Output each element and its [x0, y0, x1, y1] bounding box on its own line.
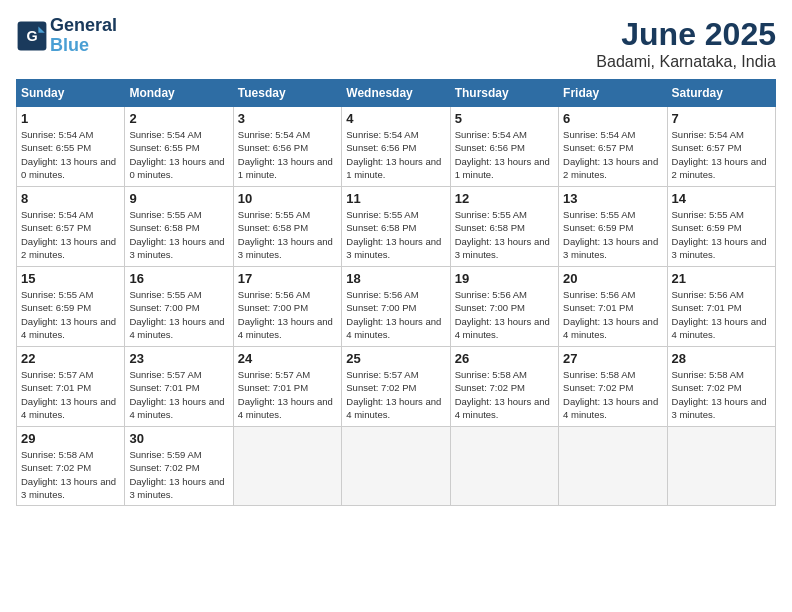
calendar-cell	[450, 427, 558, 506]
day-info: Sunrise: 5:54 AM Sunset: 6:57 PM Dayligh…	[21, 208, 120, 261]
day-info: Sunrise: 5:57 AM Sunset: 7:01 PM Dayligh…	[238, 368, 337, 421]
calendar-header-row: Sunday Monday Tuesday Wednesday Thursday…	[17, 80, 776, 107]
calendar-cell	[342, 427, 450, 506]
calendar-cell	[233, 427, 341, 506]
col-saturday: Saturday	[667, 80, 775, 107]
calendar-cell: 7 Sunrise: 5:54 AM Sunset: 6:57 PM Dayli…	[667, 107, 775, 187]
calendar-cell: 18 Sunrise: 5:56 AM Sunset: 7:00 PM Dayl…	[342, 267, 450, 347]
day-info: Sunrise: 5:59 AM Sunset: 7:02 PM Dayligh…	[129, 448, 228, 501]
calendar-cell: 23 Sunrise: 5:57 AM Sunset: 7:01 PM Dayl…	[125, 347, 233, 427]
day-info: Sunrise: 5:56 AM Sunset: 7:00 PM Dayligh…	[238, 288, 337, 341]
calendar-cell: 27 Sunrise: 5:58 AM Sunset: 7:02 PM Dayl…	[559, 347, 667, 427]
day-number: 8	[21, 191, 120, 206]
calendar-cell	[667, 427, 775, 506]
day-info: Sunrise: 5:55 AM Sunset: 6:59 PM Dayligh…	[672, 208, 771, 261]
logo-icon: G	[16, 20, 48, 52]
calendar-cell: 21 Sunrise: 5:56 AM Sunset: 7:01 PM Dayl…	[667, 267, 775, 347]
day-info: Sunrise: 5:54 AM Sunset: 6:57 PM Dayligh…	[563, 128, 662, 181]
day-info: Sunrise: 5:55 AM Sunset: 7:00 PM Dayligh…	[129, 288, 228, 341]
day-number: 14	[672, 191, 771, 206]
day-number: 11	[346, 191, 445, 206]
day-info: Sunrise: 5:56 AM Sunset: 7:00 PM Dayligh…	[455, 288, 554, 341]
day-number: 2	[129, 111, 228, 126]
calendar-cell: 13 Sunrise: 5:55 AM Sunset: 6:59 PM Dayl…	[559, 187, 667, 267]
day-info: Sunrise: 5:55 AM Sunset: 6:59 PM Dayligh…	[563, 208, 662, 261]
day-info: Sunrise: 5:55 AM Sunset: 6:58 PM Dayligh…	[346, 208, 445, 261]
day-number: 26	[455, 351, 554, 366]
day-number: 7	[672, 111, 771, 126]
col-thursday: Thursday	[450, 80, 558, 107]
calendar-row: 29 Sunrise: 5:58 AM Sunset: 7:02 PM Dayl…	[17, 427, 776, 506]
svg-text:G: G	[26, 28, 37, 44]
col-sunday: Sunday	[17, 80, 125, 107]
day-info: Sunrise: 5:54 AM Sunset: 6:56 PM Dayligh…	[346, 128, 445, 181]
header: G General Blue June 2025 Badami, Karnata…	[16, 16, 776, 71]
day-info: Sunrise: 5:54 AM Sunset: 6:57 PM Dayligh…	[672, 128, 771, 181]
col-tuesday: Tuesday	[233, 80, 341, 107]
calendar-cell: 3 Sunrise: 5:54 AM Sunset: 6:56 PM Dayli…	[233, 107, 341, 187]
day-info: Sunrise: 5:54 AM Sunset: 6:56 PM Dayligh…	[238, 128, 337, 181]
day-number: 13	[563, 191, 662, 206]
calendar-cell: 4 Sunrise: 5:54 AM Sunset: 6:56 PM Dayli…	[342, 107, 450, 187]
day-number: 23	[129, 351, 228, 366]
day-info: Sunrise: 5:58 AM Sunset: 7:02 PM Dayligh…	[455, 368, 554, 421]
day-number: 4	[346, 111, 445, 126]
day-info: Sunrise: 5:56 AM Sunset: 7:01 PM Dayligh…	[672, 288, 771, 341]
day-info: Sunrise: 5:55 AM Sunset: 6:58 PM Dayligh…	[238, 208, 337, 261]
day-number: 16	[129, 271, 228, 286]
day-info: Sunrise: 5:58 AM Sunset: 7:02 PM Dayligh…	[21, 448, 120, 501]
title-area: June 2025 Badami, Karnataka, India	[596, 16, 776, 71]
col-wednesday: Wednesday	[342, 80, 450, 107]
calendar-row: 15 Sunrise: 5:55 AM Sunset: 6:59 PM Dayl…	[17, 267, 776, 347]
calendar-cell: 29 Sunrise: 5:58 AM Sunset: 7:02 PM Dayl…	[17, 427, 125, 506]
day-info: Sunrise: 5:57 AM Sunset: 7:01 PM Dayligh…	[21, 368, 120, 421]
calendar-cell: 2 Sunrise: 5:54 AM Sunset: 6:55 PM Dayli…	[125, 107, 233, 187]
day-number: 9	[129, 191, 228, 206]
location-title: Badami, Karnataka, India	[596, 53, 776, 71]
day-info: Sunrise: 5:55 AM Sunset: 6:58 PM Dayligh…	[129, 208, 228, 261]
day-info: Sunrise: 5:54 AM Sunset: 6:55 PM Dayligh…	[21, 128, 120, 181]
calendar-row: 8 Sunrise: 5:54 AM Sunset: 6:57 PM Dayli…	[17, 187, 776, 267]
day-info: Sunrise: 5:57 AM Sunset: 7:01 PM Dayligh…	[129, 368, 228, 421]
day-number: 27	[563, 351, 662, 366]
calendar-cell: 5 Sunrise: 5:54 AM Sunset: 6:56 PM Dayli…	[450, 107, 558, 187]
calendar-cell: 22 Sunrise: 5:57 AM Sunset: 7:01 PM Dayl…	[17, 347, 125, 427]
calendar-cell: 20 Sunrise: 5:56 AM Sunset: 7:01 PM Dayl…	[559, 267, 667, 347]
page-container: G General Blue June 2025 Badami, Karnata…	[16, 16, 776, 506]
day-number: 28	[672, 351, 771, 366]
day-number: 22	[21, 351, 120, 366]
calendar-cell: 11 Sunrise: 5:55 AM Sunset: 6:58 PM Dayl…	[342, 187, 450, 267]
calendar-cell: 24 Sunrise: 5:57 AM Sunset: 7:01 PM Dayl…	[233, 347, 341, 427]
calendar-cell: 6 Sunrise: 5:54 AM Sunset: 6:57 PM Dayli…	[559, 107, 667, 187]
day-number: 10	[238, 191, 337, 206]
calendar-cell: 15 Sunrise: 5:55 AM Sunset: 6:59 PM Dayl…	[17, 267, 125, 347]
day-number: 1	[21, 111, 120, 126]
day-number: 24	[238, 351, 337, 366]
calendar-cell: 16 Sunrise: 5:55 AM Sunset: 7:00 PM Dayl…	[125, 267, 233, 347]
month-title: June 2025	[596, 16, 776, 53]
day-number: 20	[563, 271, 662, 286]
calendar-cell: 30 Sunrise: 5:59 AM Sunset: 7:02 PM Dayl…	[125, 427, 233, 506]
logo-text: General Blue	[50, 16, 117, 56]
day-info: Sunrise: 5:55 AM Sunset: 6:59 PM Dayligh…	[21, 288, 120, 341]
day-number: 30	[129, 431, 228, 446]
calendar-table: Sunday Monday Tuesday Wednesday Thursday…	[16, 79, 776, 506]
day-number: 17	[238, 271, 337, 286]
col-friday: Friday	[559, 80, 667, 107]
day-number: 25	[346, 351, 445, 366]
day-number: 21	[672, 271, 771, 286]
day-info: Sunrise: 5:54 AM Sunset: 6:56 PM Dayligh…	[455, 128, 554, 181]
calendar-cell: 19 Sunrise: 5:56 AM Sunset: 7:00 PM Dayl…	[450, 267, 558, 347]
day-number: 5	[455, 111, 554, 126]
calendar-cell	[559, 427, 667, 506]
calendar-cell: 9 Sunrise: 5:55 AM Sunset: 6:58 PM Dayli…	[125, 187, 233, 267]
day-info: Sunrise: 5:56 AM Sunset: 7:01 PM Dayligh…	[563, 288, 662, 341]
day-number: 3	[238, 111, 337, 126]
day-info: Sunrise: 5:57 AM Sunset: 7:02 PM Dayligh…	[346, 368, 445, 421]
calendar-cell: 14 Sunrise: 5:55 AM Sunset: 6:59 PM Dayl…	[667, 187, 775, 267]
day-info: Sunrise: 5:56 AM Sunset: 7:00 PM Dayligh…	[346, 288, 445, 341]
logo: G General Blue	[16, 16, 117, 56]
day-info: Sunrise: 5:55 AM Sunset: 6:58 PM Dayligh…	[455, 208, 554, 261]
calendar-row: 22 Sunrise: 5:57 AM Sunset: 7:01 PM Dayl…	[17, 347, 776, 427]
day-info: Sunrise: 5:58 AM Sunset: 7:02 PM Dayligh…	[563, 368, 662, 421]
